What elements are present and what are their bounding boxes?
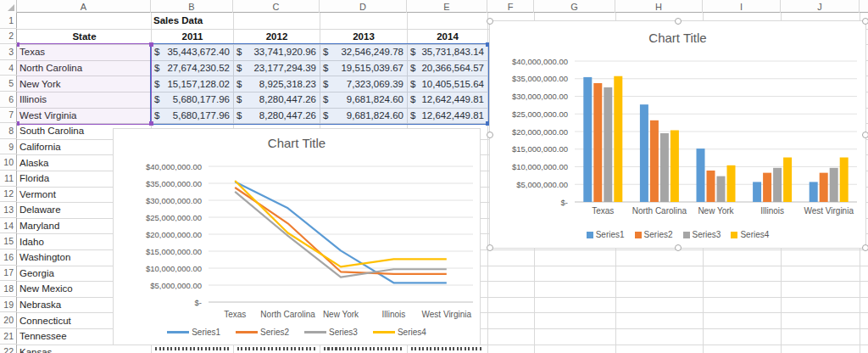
x-category-label: New York [323, 310, 359, 319]
legend-item-Series1[interactable]: Series1 [587, 230, 625, 239]
cell-B1[interactable]: Sales Data [151, 13, 234, 29]
row-header-16[interactable]: 16 [0, 249, 17, 266]
cell-B2[interactable]: 2011 [151, 29, 234, 45]
column-header-H[interactable]: H [615, 0, 703, 13]
column-header-C[interactable]: C [233, 0, 320, 13]
column-header-F[interactable]: F [487, 0, 534, 13]
y-tick-label: $20,000,000.00 [512, 127, 568, 137]
legend-swatch [587, 232, 593, 238]
range-fill-handle[interactable] [149, 121, 153, 126]
y-tick-label: $15,000,000.00 [146, 247, 202, 256]
legend-item-Series4[interactable]: Series4 [373, 328, 426, 337]
bar-Series1-Illinois[interactable] [753, 182, 761, 202]
chart-title[interactable]: Chart Title [490, 31, 865, 45]
row-header-21[interactable]: 21 [0, 328, 17, 345]
legend-item-Series3[interactable]: Series3 [304, 328, 358, 337]
bar-Series2-Texas[interactable] [593, 83, 602, 202]
bar-Series4-Illinois[interactable] [783, 158, 792, 202]
x-category-label: Texas [592, 206, 614, 216]
chart-legend[interactable]: Series1Series2Series3Series4 [490, 230, 865, 239]
row-header-20[interactable]: 20 [0, 312, 17, 328]
select-all-button[interactable] [0, 0, 17, 13]
cell-E2[interactable]: 2014 [407, 29, 488, 45]
x-category-label: Texas [224, 310, 246, 319]
range-fill-handle[interactable] [149, 42, 153, 47]
column-header-E[interactable]: E [407, 0, 487, 13]
legend-label: Series3 [693, 230, 721, 239]
row-header-15[interactable]: 15 [0, 233, 17, 249]
row-header-1[interactable]: 1 [0, 13, 17, 29]
bar-Series3-Texas[interactable] [604, 87, 612, 202]
row-header-13[interactable]: 13 [0, 202, 17, 218]
bar-chart-plot-area[interactable]: $-$5,000,000.00$10,000,000.00$15,000,000… [490, 21, 867, 249]
row-header-4[interactable]: 4 [0, 60, 17, 76]
legend-item-Series4[interactable]: Series4 [731, 230, 769, 239]
legend-item-Series1[interactable]: Series1 [167, 328, 220, 337]
bar-Series3-New York[interactable] [717, 176, 726, 202]
bar-Series1-New York[interactable] [697, 148, 705, 202]
legend-swatch [167, 331, 189, 333]
chart-resize-handle[interactable] [862, 132, 868, 138]
bar-Series2-West Virginia[interactable] [820, 173, 828, 202]
bar-Series4-North Carolina[interactable] [670, 130, 679, 202]
bar-Series2-Illinois[interactable] [763, 173, 771, 202]
category-range-highlight [16, 43, 152, 125]
bar-Series3-Illinois[interactable] [773, 168, 782, 202]
bar-Series4-New York[interactable] [727, 165, 736, 202]
chart-resize-handle[interactable] [675, 244, 682, 251]
row-header-18[interactable]: 18 [0, 281, 17, 297]
chart-resize-handle[interactable] [487, 244, 493, 251]
legend-label: Series3 [329, 328, 358, 337]
chart-resize-handle[interactable] [862, 18, 868, 25]
bar-Series4-Texas[interactable] [614, 76, 622, 202]
chart-legend[interactable]: Series1Series2Series3Series4 [114, 328, 480, 337]
column-header-G[interactable]: G [534, 0, 615, 13]
chart-title[interactable]: Chart Title [114, 136, 480, 150]
cell-C2[interactable]: 2012 [233, 29, 320, 45]
bar-Series1-North Carolina[interactable] [640, 104, 648, 202]
row-header-22[interactable]: 22 [0, 345, 17, 353]
column-header-I[interactable]: I [703, 0, 781, 13]
legend-item-Series2[interactable]: Series2 [635, 230, 673, 239]
row-header-19[interactable]: 19 [0, 297, 17, 313]
bar-Series1-West Virginia[interactable] [810, 182, 818, 202]
bar-Series3-West Virginia[interactable] [830, 168, 838, 202]
line-chart-plot-area[interactable]: $-$5,000,000.00$10,000,000.00$15,000,000… [114, 129, 481, 346]
row-header-3[interactable]: 3 [0, 44, 17, 60]
chart-resize-handle[interactable] [487, 132, 493, 138]
chart-resize-handle[interactable] [862, 244, 868, 251]
row-header-5[interactable]: 5 [0, 76, 17, 92]
row-header-2[interactable]: 2 [0, 29, 17, 45]
y-tick-label: $25,000,000.00 [146, 213, 202, 222]
legend-item-Series3[interactable]: Series3 [683, 230, 721, 239]
legend-label: Series4 [740, 230, 769, 239]
column-header-A[interactable]: A [17, 0, 151, 13]
bar-Series2-New York[interactable] [707, 171, 715, 202]
row-header-9[interactable]: 9 [0, 139, 17, 155]
legend-item-Series2[interactable]: Series2 [236, 328, 289, 337]
row-header-17[interactable]: 17 [0, 266, 17, 282]
bar-Series1-Texas[interactable] [583, 77, 592, 202]
row-header-7[interactable]: 7 [0, 108, 17, 124]
column-header-J[interactable]: J [781, 0, 860, 13]
x-category-label: New York [698, 206, 734, 216]
chart-resize-handle[interactable] [675, 18, 682, 25]
column-header-B[interactable]: B [151, 0, 233, 13]
row-header-12[interactable]: 12 [0, 187, 17, 203]
row-header-6[interactable]: 6 [0, 92, 17, 108]
row-header-11[interactable]: 11 [0, 171, 17, 187]
row-header-10[interactable]: 10 [0, 154, 17, 171]
column-header-D[interactable]: D [320, 0, 407, 13]
row-header-8[interactable]: 8 [0, 123, 17, 139]
line-chart[interactable]: Chart Title $-$5,000,000.00$10,000,000.0… [113, 128, 481, 345]
bar-Series2-North Carolina[interactable] [650, 120, 659, 202]
bar-chart[interactable]: Chart Title $-$5,000,000.00$10,000,000.0… [489, 20, 866, 249]
series-line-Series4[interactable] [235, 181, 447, 266]
bar-Series3-North Carolina[interactable] [660, 133, 669, 202]
y-tick-label: $15,000,000.00 [512, 144, 568, 154]
row-header-14[interactable]: 14 [0, 218, 17, 234]
bar-Series4-West Virginia[interactable] [840, 158, 849, 202]
cell-D2[interactable]: 2013 [320, 29, 408, 45]
chart-resize-handle[interactable] [487, 18, 493, 25]
cell-A2[interactable]: State [17, 29, 152, 45]
